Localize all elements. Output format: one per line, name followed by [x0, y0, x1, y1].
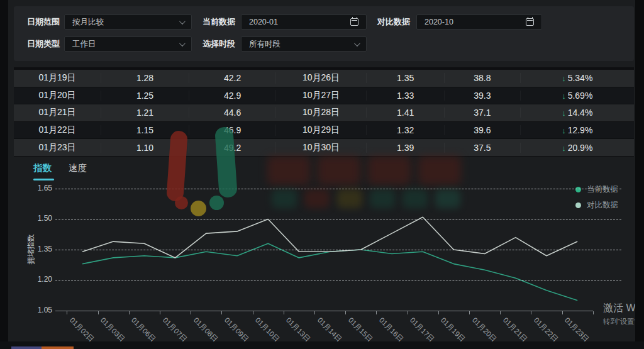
- table-cell: 1.41: [366, 108, 444, 118]
- filter-row-1: 日期范围 按月比较 当前数据 2020-01 对比数据 2020-10: [27, 14, 634, 30]
- table-cell: 01月22日: [14, 125, 101, 136]
- calendar-icon: [526, 18, 534, 26]
- legend-label: 对比数据: [587, 200, 618, 211]
- table-cell: 01月19日: [14, 72, 101, 84]
- x-axis-label: 01月15日: [346, 316, 374, 341]
- grid-line: [55, 280, 621, 280]
- x-axis-label: 01月22日: [531, 316, 560, 341]
- x-axis-tick: [562, 311, 563, 314]
- compare-data-label: 对比数据: [377, 16, 416, 28]
- table-cell: 1.10: [101, 143, 189, 153]
- date-range-select[interactable]: 按月比较: [64, 14, 192, 30]
- table-cell: 1.32: [366, 125, 444, 135]
- table-row[interactable]: 01月20日1.2542.910月27日1.3339.3↓5.69%: [14, 87, 634, 105]
- filter-row-2: 日期类型 工作日 选择时段 所有时段: [27, 36, 634, 52]
- x-axis-tick: [376, 311, 377, 314]
- taskbar-edge: [0, 341, 644, 349]
- x-axis-label: 01月06日: [130, 316, 158, 341]
- x-axis-tick: [469, 311, 470, 314]
- x-axis-tick: [67, 311, 67, 314]
- x-axis-label: 01月13日: [284, 316, 313, 341]
- table-row[interactable]: 01月21日1.2144.610月28日1.4137.1↓14.4%: [14, 104, 634, 122]
- tab-index-label: 指数: [33, 162, 54, 179]
- table-cell-trend: ↓5.34%: [520, 73, 634, 83]
- y-axis-tick-label: 1.65: [28, 184, 52, 192]
- x-axis-label: 01月09日: [222, 316, 250, 341]
- table-cell: 10月30日: [275, 142, 366, 153]
- table-row[interactable]: 01月23日1.1049.210月30日1.3937.5↓20.9%: [14, 139, 634, 157]
- x-axis-label: 01月23日: [563, 316, 591, 341]
- x-axis-label: 01月16日: [377, 316, 405, 341]
- table-cell: 37.1: [444, 108, 519, 118]
- table-cell: 1.25: [101, 91, 189, 101]
- chevron-down-icon: [179, 18, 186, 25]
- table-cell: 10月26日: [275, 72, 366, 84]
- watermark-logo-red-dot: [175, 196, 188, 209]
- x-axis-label: 01月08日: [191, 316, 219, 341]
- y-axis-tick-label: 1.05: [28, 306, 52, 314]
- x-axis-label: 01月10日: [253, 316, 282, 341]
- watermark-text-smudge: [418, 156, 461, 185]
- x-axis-tick: [438, 311, 439, 314]
- x-axis-tick: [160, 311, 160, 314]
- date-range-value: 按月比较: [72, 17, 104, 28]
- x-axis-tick: [129, 311, 130, 314]
- table-cell: 01月20日: [14, 90, 101, 101]
- watermark-text-smudge: [267, 156, 310, 185]
- watermark-text-smudge: [370, 189, 395, 208]
- x-axis-label: 01月19日: [439, 316, 467, 341]
- filter-panel: 日期范围 按月比较 当前数据 2020-01 对比数据 2020-10 日期类型: [14, 6, 634, 61]
- tab-speed[interactable]: 速度: [69, 162, 87, 180]
- window-left-edge: [0, 0, 8, 349]
- activation-line2: 转到“设置”: [603, 317, 635, 326]
- tab-index[interactable]: 指数: [33, 162, 54, 180]
- date-type-select[interactable]: 工作日: [64, 36, 192, 52]
- chevron-down-icon: [179, 40, 186, 47]
- taskbar-item-orange[interactable]: [42, 346, 74, 349]
- x-axis-label: 01月02日: [67, 316, 96, 341]
- x-axis-tick: [253, 311, 253, 314]
- legend-dot-icon: [575, 187, 581, 192]
- time-period-select[interactable]: 所有时段: [241, 36, 367, 52]
- table-cell: 1.35: [366, 73, 444, 83]
- trend-down-icon: ↓: [562, 108, 566, 118]
- y-axis-tick-label: 1.35: [28, 245, 52, 253]
- dashboard-screen: 日期范围 按月比较 当前数据 2020-01 对比数据 2020-10 日期类型: [0, 0, 644, 349]
- tab-speed-label: 速度: [69, 162, 87, 179]
- date-type-label: 日期类型: [27, 38, 64, 50]
- activation-line1: 激活 Wi: [603, 302, 635, 315]
- window-right-edge: [635, 0, 644, 349]
- current-data-datepicker[interactable]: 2020-01: [241, 14, 367, 30]
- x-axis-tick: [284, 311, 284, 314]
- legend-item[interactable]: 对比数据: [575, 197, 618, 213]
- table-cell: 42.9: [189, 91, 275, 101]
- table-cell: 37.5: [444, 143, 519, 153]
- comparison-table: 01月19日1.2842.210月26日1.3538.8↓5.34%01月20日…: [14, 67, 634, 157]
- table-cell: 10月29日: [275, 125, 366, 136]
- trend-down-icon: ↓: [562, 143, 566, 153]
- table-cell-trend: ↓5.69%: [520, 91, 634, 101]
- trend-down-icon: ↓: [562, 126, 566, 135]
- chart-tabs: 指数 速度: [33, 162, 87, 180]
- table-cell: 42.2: [189, 73, 275, 83]
- taskbar-item-blue[interactable]: [11, 346, 42, 349]
- watermark-text-smudge: [435, 189, 460, 208]
- x-axis-tick: [500, 311, 501, 314]
- x-axis-line: [55, 311, 593, 311]
- table-row[interactable]: 01月19日1.2842.210月26日1.3538.8↓5.34%: [14, 70, 634, 87]
- watermark-text-smudge: [318, 156, 360, 185]
- x-axis-tick: [593, 311, 594, 314]
- x-axis-label: 01月03日: [99, 316, 127, 341]
- table-cell: 10月27日: [275, 90, 366, 101]
- watermark-text-smudge: [402, 189, 428, 208]
- legend-item[interactable]: 当前数据: [575, 182, 618, 197]
- compare-data-datepicker[interactable]: 2020-10: [416, 14, 542, 30]
- table-cell: 1.15: [101, 125, 189, 135]
- chevron-down-icon: [354, 40, 360, 47]
- series-line-当前数据: [82, 243, 577, 301]
- grid-line: [55, 250, 621, 250]
- current-data-label: 当前数据: [203, 16, 241, 28]
- table-row[interactable]: 01月22日1.1546.910月29日1.3239.6↓12.9%: [14, 122, 634, 140]
- table-cell: 1.33: [366, 91, 444, 101]
- table-cell: 01月21日: [14, 107, 101, 118]
